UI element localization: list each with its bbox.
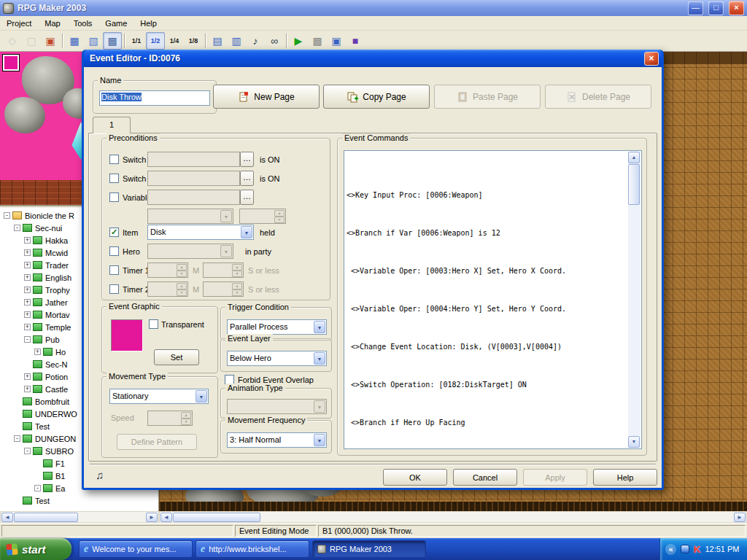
dropdown-arrow-icon[interactable]: ▼ <box>241 226 252 238</box>
scroll-thumb[interactable] <box>173 513 260 522</box>
animation-dropdown[interactable]: ▼ <box>227 399 327 414</box>
toolbar-button[interactable]: ♪ <box>246 32 265 50</box>
toolbar-button[interactable]: ∞ <box>265 32 284 50</box>
trigger-dropdown[interactable]: Parallel Process ▼ <box>227 319 327 335</box>
define-pattern-button[interactable]: Define Pattern <box>117 434 197 450</box>
command-line[interactable]: <>Change Event Location: Disk, (V[0003],… <box>347 342 627 351</box>
apply-button[interactable]: Apply <box>523 469 587 486</box>
dropdown-arrow-icon[interactable]: ▼ <box>314 400 325 413</box>
scroll-thumb[interactable] <box>14 513 78 522</box>
command-listbox[interactable]: <>Key Input Proc: [0006:Weapon] <>Branch… <box>344 150 642 449</box>
toolbar-button[interactable]: ▤ <box>208 32 227 50</box>
tree-expander[interactable]: - <box>24 336 31 343</box>
scroll-down-icon[interactable]: ▼ <box>628 436 640 448</box>
menu-item[interactable]: Tools <box>67 18 99 29</box>
ok-button[interactable]: OK <box>383 469 447 486</box>
timer1-minutes-spinner[interactable]: ▲ ▼ <box>147 262 188 278</box>
menu-item[interactable]: Project <box>0 18 38 29</box>
new-page-button[interactable]: New Page <box>213 85 320 109</box>
tree-expander[interactable]: + <box>24 249 31 256</box>
command-line[interactable]: <>Branch if Var [0006:Weapon] is 12 <box>347 228 627 238</box>
tree-expander[interactable]: - <box>4 212 10 219</box>
scroll-left-icon[interactable]: ◄ <box>1 513 13 522</box>
tree-expander[interactable]: + <box>34 349 41 355</box>
titlebar[interactable]: RPG Maker 2003 — □ × <box>0 0 747 16</box>
scroll-left-icon[interactable]: ◄ <box>160 513 172 522</box>
tree-expander[interactable]: + <box>24 373 31 380</box>
help-button[interactable]: Help <box>593 469 657 486</box>
tray-chevron-icon[interactable]: « <box>665 544 676 555</box>
speed-spinner[interactable]: ▲ ▼ <box>147 411 193 426</box>
toolbar-button[interactable]: ▧ <box>84 32 103 50</box>
cancel-button[interactable]: Cancel <box>453 469 517 486</box>
minimize-button[interactable]: — <box>688 1 703 15</box>
page-tab-1[interactable]: 1 <box>93 117 131 133</box>
task-button[interactable]: e Welcome to your mes... <box>79 540 193 558</box>
toolbar-button[interactable]: ▦ <box>65 32 84 50</box>
toolbar-button[interactable]: 1/1 <box>127 32 146 50</box>
name-input[interactable]: Disk Throw <box>99 90 210 106</box>
toolbar-button[interactable]: ▶ <box>289 32 308 50</box>
selected-tile[interactable] <box>2 54 20 71</box>
map-hscrollbar[interactable]: ◄ ► <box>159 511 747 523</box>
variable-condition-dropdown[interactable]: ▼ <box>147 209 233 224</box>
item-checkbox[interactable]: ✓ <box>109 228 119 237</box>
close-button[interactable]: × <box>729 1 744 15</box>
toolbar-button[interactable] <box>284 32 289 50</box>
commands-scrollbar[interactable]: ▲ ▼ <box>628 152 640 448</box>
dialog-close-button[interactable]: × <box>644 52 659 66</box>
toolbar-button[interactable]: ▩ <box>103 32 122 50</box>
timer1-seconds-spinner[interactable]: ▲ ▼ <box>203 262 244 278</box>
frequency-dropdown[interactable]: 3: Half Normal ▼ <box>227 432 327 448</box>
toolbar-button[interactable]: 1/2 <box>146 32 165 50</box>
toolbar-button[interactable]: ▥ <box>227 32 246 50</box>
hero-dropdown[interactable]: ▼ <box>147 244 233 259</box>
toolbar-button[interactable]: ■ <box>346 32 365 50</box>
toolbar-button[interactable]: ▢ <box>22 32 41 50</box>
tree-expander[interactable]: + <box>24 262 31 268</box>
paste-page-button[interactable]: Paste Page <box>434 85 541 109</box>
scroll-thumb[interactable] <box>628 164 640 205</box>
maximize-button[interactable]: □ <box>708 1 724 15</box>
toolbar-button[interactable]: ◇ <box>3 32 22 50</box>
menu-item[interactable]: Help <box>133 18 163 29</box>
scroll-right-icon[interactable]: ► <box>146 513 158 522</box>
dropdown-arrow-icon[interactable]: ▼ <box>220 210 232 222</box>
layer-dropdown[interactable]: Below Hero ▼ <box>227 351 327 366</box>
dropdown-arrow-icon[interactable]: ▼ <box>314 321 325 333</box>
tree-hscrollbar[interactable]: ◄ ► <box>0 511 159 523</box>
menu-item[interactable]: Game <box>98 18 133 29</box>
timer2-seconds-spinner[interactable]: ▲ ▼ <box>203 281 244 297</box>
command-line[interactable]: <>Variable Oper: [0003:Hero X] Set, Hero… <box>347 266 627 276</box>
dropdown-arrow-icon[interactable]: ▼ <box>196 390 207 402</box>
tree-item[interactable]: Test <box>0 494 158 507</box>
dropdown-arrow-icon[interactable]: ▼ <box>220 245 232 257</box>
spin-up-icon[interactable]: ▲ <box>274 210 285 217</box>
music-note-icon[interactable]: ♫ <box>96 469 104 481</box>
tree-expander[interactable]: - <box>14 435 20 442</box>
switch1-input[interactable] <box>147 152 240 167</box>
tree-expander[interactable]: + <box>24 324 31 330</box>
timer1-checkbox[interactable] <box>109 265 119 275</box>
tree-expander[interactable]: + <box>24 237 31 244</box>
toolbar-button[interactable] <box>60 32 65 50</box>
task-button[interactable]: e http://www.brickshel... <box>196 540 309 558</box>
item-dropdown[interactable]: Disk ▼ <box>147 225 254 240</box>
toolbar-button[interactable]: 1/4 <box>165 32 184 50</box>
tree-expander[interactable]: + <box>24 274 31 281</box>
transparent-checkbox[interactable] <box>149 319 158 329</box>
tree-expander[interactable]: - <box>24 448 31 454</box>
switch1-checkbox[interactable] <box>109 155 119 164</box>
toolbar-button[interactable]: 1/8 <box>184 32 203 50</box>
scroll-right-icon[interactable]: ► <box>734 513 746 522</box>
dropdown-arrow-icon[interactable]: ▼ <box>314 352 325 365</box>
scroll-up-icon[interactable]: ▲ <box>628 152 640 163</box>
tree-expander[interactable]: + <box>24 287 31 293</box>
delete-page-button[interactable]: Delete Page <box>545 85 651 109</box>
tree-expander[interactable]: + <box>24 311 31 318</box>
toolbar-button[interactable]: ▩ <box>308 32 327 50</box>
variable-value-spinner[interactable]: ▲ ▼ <box>239 209 286 224</box>
command-line[interactable]: <>Variable Oper: [0004:Hero Y] Set, Hero… <box>347 304 627 314</box>
command-line[interactable]: <>Switch Operation: [0182:DiskTarget] ON <box>347 380 627 389</box>
graphic-swatch[interactable] <box>111 319 143 351</box>
